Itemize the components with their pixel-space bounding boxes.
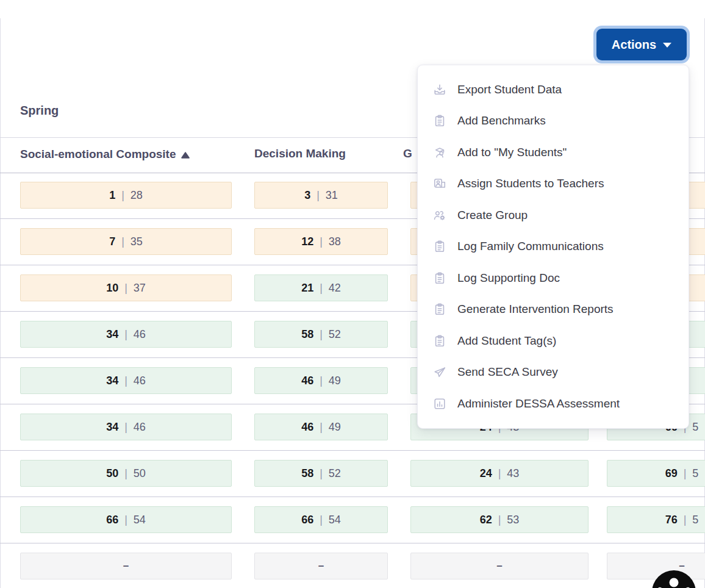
menu-item-label: Add Benchmarks bbox=[457, 114, 546, 127]
sort-asc-icon bbox=[181, 148, 190, 162]
section-label-spring: Spring bbox=[20, 104, 59, 118]
actions-button-label: Actions bbox=[612, 38, 656, 52]
score-cell: 76|5 bbox=[607, 506, 705, 533]
menu-item-label: Export Student Data bbox=[457, 83, 562, 96]
menu-item-label: Administer DESSA Assessment bbox=[457, 397, 620, 411]
column-header-partially-hidden[interactable]: G bbox=[403, 147, 412, 160]
score-cell-empty: – bbox=[254, 553, 388, 579]
menu-item-log-supporting-doc[interactable]: Log Supporting Doc bbox=[418, 262, 689, 294]
score-cell: 58|52 bbox=[254, 321, 388, 348]
menu-item-log-family-communications[interactable]: Log Family Communications bbox=[418, 231, 689, 263]
group-gear-icon bbox=[432, 208, 447, 223]
score-cell: 46|49 bbox=[254, 414, 388, 440]
menu-item-add-benchmarks[interactable]: Add Benchmarks bbox=[418, 106, 689, 137]
clipboard-icon bbox=[432, 334, 447, 348]
score-cell: 21|42 bbox=[254, 274, 388, 301]
column-header-decision-making[interactable]: Decision Making bbox=[254, 147, 346, 160]
table-row: 66|54 66|54 62|53 76|5 bbox=[0, 497, 705, 543]
score-cell: 50|50 bbox=[20, 460, 232, 487]
score-cell: 69|5 bbox=[607, 460, 705, 487]
menu-item-label: Generate Intervention Reports bbox=[457, 303, 614, 316]
score-cell: 3|31 bbox=[254, 182, 388, 209]
actions-button[interactable]: Actions bbox=[596, 29, 687, 60]
accessibility-widget-button[interactable] bbox=[651, 570, 696, 588]
menu-item-label: Send SECA Survey bbox=[457, 365, 558, 379]
score-cell: 34|46 bbox=[20, 321, 232, 348]
menu-item-generate-intervention-reports[interactable]: Generate Intervention Reports bbox=[418, 294, 689, 326]
menu-item-label: Log Family Communications bbox=[457, 240, 604, 253]
graduate-icon bbox=[432, 145, 447, 160]
menu-item-label: Add Student Tag(s) bbox=[457, 334, 556, 348]
menu-item-label: Log Supporting Doc bbox=[457, 271, 560, 285]
clipboard-icon bbox=[432, 302, 447, 317]
menu-item-create-group[interactable]: Create Group bbox=[418, 199, 689, 231]
table-row: 50|50 58|52 24|43 69|5 bbox=[0, 451, 705, 497]
student-data-page: Actions Spring Social-emotional Composit… bbox=[0, 0, 705, 588]
menu-item-export-student-data[interactable]: Export Student Data bbox=[418, 74, 689, 106]
score-cell: 66|54 bbox=[254, 506, 388, 533]
assign-teacher-icon bbox=[432, 176, 447, 191]
table-row: – – – – bbox=[0, 543, 705, 588]
menu-item-add-to-my-students[interactable]: Add to "My Students" bbox=[418, 137, 689, 168]
score-cell: 1|28 bbox=[20, 182, 232, 209]
score-cell: 66|54 bbox=[20, 506, 232, 533]
paper-plane-icon bbox=[432, 365, 447, 379]
score-cell: 34|46 bbox=[20, 367, 232, 394]
score-cell: 24|43 bbox=[410, 460, 589, 487]
clipboard-icon bbox=[432, 113, 447, 128]
column-header-social-emotional-composite[interactable]: Social-emotional Composite bbox=[20, 147, 190, 162]
score-cell: 62|53 bbox=[410, 506, 589, 533]
score-cell: 7|35 bbox=[20, 228, 232, 255]
menu-item-assign-students-to-teachers[interactable]: Assign Students to Teachers bbox=[418, 168, 689, 200]
menu-item-add-student-tags[interactable]: Add Student Tag(s) bbox=[418, 325, 689, 357]
score-cell-empty: – bbox=[410, 553, 589, 579]
menu-item-label: Add to "My Students" bbox=[457, 146, 567, 159]
score-cell: 12|38 bbox=[254, 228, 388, 255]
actions-dropdown-menu: Export Student Data Add Benchmarks Add t… bbox=[417, 65, 689, 429]
menu-item-label: Assign Students to Teachers bbox=[457, 177, 604, 190]
score-cell: 58|52 bbox=[254, 460, 388, 487]
clipboard-icon bbox=[432, 239, 447, 254]
menu-item-administer-dessa-assessment[interactable]: Administer DESSA Assessment bbox=[418, 388, 689, 420]
export-icon bbox=[432, 82, 447, 97]
score-cell: 10|37 bbox=[20, 274, 232, 301]
menu-item-label: Create Group bbox=[457, 209, 528, 222]
bar-chart-icon bbox=[432, 396, 447, 411]
score-cell-empty: – bbox=[20, 553, 232, 579]
score-cell: 46|49 bbox=[254, 367, 388, 394]
score-cell: 34|46 bbox=[20, 414, 232, 440]
clipboard-icon bbox=[432, 271, 447, 285]
menu-item-send-seca-survey[interactable]: Send SECA Survey bbox=[418, 357, 689, 389]
chevron-down-icon bbox=[663, 43, 671, 48]
